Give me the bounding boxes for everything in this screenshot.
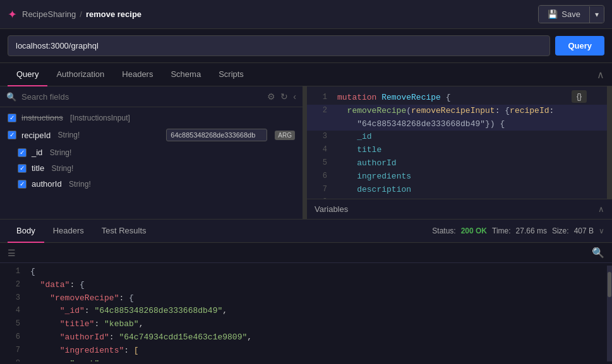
code-lines: 1 mutation RemoveRecipe { 2 removeRecipe… [307, 86, 612, 199]
list-item[interactable]: ✓ recipeId String! ARG [0, 126, 303, 144]
app-logo-icon: ✦ [8, 8, 17, 21]
tab-schema[interactable]: Schema [162, 63, 210, 86]
list-item[interactable]: ✓ title String! [0, 160, 303, 176]
breadcrumb-separator: / [80, 9, 82, 19]
field-checkbox-recipeid[interactable]: ✓ [8, 131, 16, 139]
response-scrollbar-thumb [608, 272, 611, 297]
save-dropdown-arrow[interactable]: ▾ [589, 6, 604, 23]
search-actions: ⚙ ↻ ‹ [267, 91, 296, 102]
code-content-6: ingredients [337, 170, 607, 184]
code-content-4: title [337, 144, 607, 157]
search-icon: 🔍 [6, 92, 16, 102]
variables-chevron-icon[interactable]: ∧ [598, 204, 604, 214]
filter-icon[interactable]: ⚙ [267, 91, 275, 102]
field-type-recipeid: String! [56, 131, 80, 139]
line-num-5: 5 [312, 157, 327, 169]
field-name-instructions: instructions [21, 113, 63, 122]
list-item[interactable]: ✓ _id String! [0, 144, 303, 160]
tab-headers[interactable]: Headers [113, 63, 162, 86]
tab-response-headers[interactable]: Headers [44, 220, 93, 243]
code-line-7: 7 description [307, 184, 612, 197]
code-scrollbar[interactable] [607, 86, 612, 199]
field-list: ✓ instructions [InstructionsInput] ✓ rec… [0, 107, 303, 219]
resp-line-7: 7 "ingredients": [ [0, 344, 607, 358]
line-num-8: 8 [312, 196, 327, 199]
resp-num-3: 3 [5, 292, 20, 305]
resp-content-4: "_id": "64c885348268de333668db49", [30, 305, 602, 318]
field-checkbox-title[interactable]: ✓ [18, 164, 27, 173]
size-label: Size: [552, 226, 569, 235]
code-editor: 1 mutation RemoveRecipe { 2 removeRecipe… [307, 86, 612, 199]
top-tabs: Query Authorization Headers Schema Scrip… [0, 63, 612, 86]
resp-line-4: 4 "_id": "64c885348268de333668db49", [0, 305, 607, 318]
resp-content-3: "removeRecipe": { [30, 292, 602, 305]
resp-num-1: 1 [5, 266, 20, 279]
list-item[interactable]: ✓ instructions [InstructionsInput] [0, 110, 303, 126]
recipe-id-input[interactable] [166, 129, 267, 141]
response-body: 1 { 2 "data": { 3 "removeRecipe": { 4 "_… [0, 263, 612, 364]
resp-content-7: "ingredients": [ [30, 344, 602, 358]
arg-badge: ARG [275, 131, 295, 140]
code-content-3: _id [337, 131, 607, 144]
field-name-id: _id [32, 148, 42, 157]
code-content-7: description [337, 184, 607, 197]
resp-num-5: 5 [5, 318, 20, 331]
url-input[interactable] [8, 35, 550, 56]
url-bar: Query [0, 29, 612, 63]
code-line-8: 8 likes [307, 196, 612, 199]
response-chevron-icon[interactable]: ∨ [599, 226, 604, 235]
tabs-collapse-icon[interactable]: ∧ [597, 69, 604, 81]
query-button[interactable]: Query [555, 36, 604, 56]
field-name-title: title [32, 163, 44, 173]
line-num-7: 7 [312, 184, 327, 196]
code-line-2: 2 removeRecipe(removeRecipeInput: {recip… [307, 105, 612, 118]
line-num-6: 6 [312, 170, 327, 182]
app-name: RecipeSharing [22, 9, 76, 19]
response-search-icon[interactable]: 🔍 [592, 247, 604, 259]
code-content-2: removeRecipe(removeRecipeInput: {recipeI… [337, 105, 607, 118]
search-input[interactable] [21, 92, 262, 102]
line-num-1: 1 [312, 91, 327, 103]
resp-num-8: 8 [5, 358, 20, 361]
field-checkbox-id[interactable]: ✓ [18, 148, 27, 157]
resp-content-5: "title": "kebab", [30, 318, 602, 331]
line-num-3: 3 [312, 131, 327, 143]
code-line-1: 1 mutation RemoveRecipe { [307, 91, 612, 105]
resp-content-1: { [30, 266, 602, 279]
status-value: 200 OK [461, 226, 487, 235]
code-content-1: mutation RemoveRecipe { [337, 91, 607, 105]
left-panel: 🔍 ⚙ ↻ ‹ ✓ instructions [InstructionsInpu… [0, 86, 303, 219]
list-item[interactable]: ✓ authorId String! [0, 176, 303, 192]
save-button[interactable]: 💾 Save [539, 6, 589, 23]
resp-line-6: 6 "authorId": "64c74934cdd15e463c1e9809"… [0, 331, 607, 344]
time-value: 27.66 ms [516, 226, 547, 235]
format-icon[interactable]: ☰ [8, 248, 16, 258]
resp-num-2: 2 [5, 279, 20, 292]
field-checkbox-instructions[interactable]: ✓ [8, 114, 16, 122]
page-title: remove recipe [86, 9, 141, 19]
code-content-2b: "64c885348268de333668db49"}) { [337, 118, 607, 131]
field-type-title: String! [49, 164, 73, 173]
tab-body[interactable]: Body [8, 220, 44, 243]
resp-content-2: "data": { [30, 279, 602, 292]
tab-scripts[interactable]: Scripts [210, 63, 253, 86]
prettify-button[interactable]: {} [572, 90, 587, 103]
tab-test-results[interactable]: Test Results [93, 220, 155, 243]
bottom-toolbar: ☰ 🔍 [0, 243, 612, 263]
tab-authorization[interactable]: Authorization [47, 63, 113, 86]
field-checkbox-authorid[interactable]: ✓ [18, 180, 27, 189]
code-content-8: likes [337, 196, 607, 199]
response-scrollbar[interactable] [607, 266, 612, 361]
resp-num-4: 4 [5, 305, 20, 318]
variables-label: Variables [315, 204, 348, 214]
field-name-recipeid: recipeId [21, 131, 51, 140]
field-type-authorid: String! [67, 180, 91, 189]
line-num-4: 4 [312, 144, 327, 156]
resp-line-1: 1 { [0, 266, 607, 279]
status-info: Status: 200 OK Time: 27.66 ms Size: 407 … [432, 226, 604, 235]
tab-query[interactable]: Query [8, 63, 47, 86]
code-line-3: 3 _id [307, 131, 612, 144]
code-line-6: 6 ingredients [307, 170, 612, 184]
refresh-icon[interactable]: ↻ [280, 91, 288, 102]
collapse-icon[interactable]: ‹ [293, 91, 296, 102]
